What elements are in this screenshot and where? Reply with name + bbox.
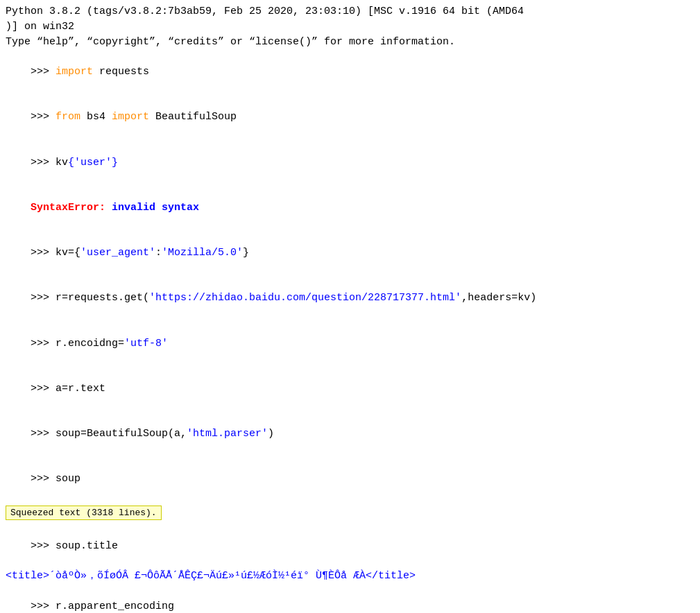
line-title-result1: <title>´òåºÒ»，õÍøÓÂ £¬ÔôÃÅ´ÅÊÇ£¬Äú£»¹ú£½… [6, 569, 694, 584]
line-soup-title1: >>> soup.title [6, 524, 694, 569]
prompt: >>> [31, 66, 56, 78]
line-kv2: >>> kv={'user_agent':'Mozilla/5.0'} [6, 230, 694, 275]
header-line1: Python 3.8.2 (tags/v3.8.2:7b3ab59, Feb 2… [6, 4, 694, 19]
kw-import: import [56, 66, 93, 78]
line-import: >>> import requests [6, 49, 694, 94]
line-from: >>> from bs4 import BeautifulSoup [6, 95, 694, 140]
header-line2: )] on win32 [6, 19, 694, 35]
line-apparent-enc: >>> r.apparent_encoding [6, 584, 694, 613]
line-soup-print: >>> soup [6, 457, 694, 502]
terminal-window: Python 3.8.2 (tags/v3.8.2:7b3ab59, Feb 2… [0, 0, 700, 613]
line-kv1: >>> kv{'user'} [6, 140, 694, 185]
line-encoding1: >>> r.encoidng='utf-8' [6, 321, 694, 366]
line-syntax-error: SyntaxError: invalid syntax [6, 185, 694, 230]
header-line3: Type “help”, “copyright”, “credits” or “… [6, 35, 694, 50]
line-a: >>> a=r.text [6, 366, 694, 411]
line-get: >>> r=requests.get('https://zhidao.baidu… [6, 276, 694, 321]
squeezed-text-box[interactable]: Squeezed text (3318 lines). [6, 504, 694, 521]
line-soup-create: >>> soup=BeautifulSoup(a,'html.parser') [6, 411, 694, 456]
